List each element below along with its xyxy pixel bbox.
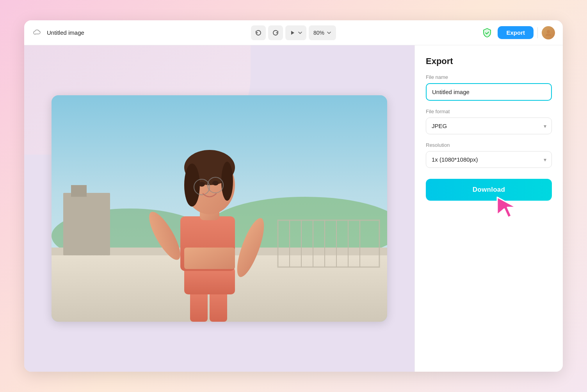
shield-button[interactable] bbox=[480, 26, 494, 39]
download-container: Download bbox=[426, 176, 552, 201]
zoom-control[interactable]: 80% bbox=[309, 25, 336, 40]
resolution-group: Resolution 1x (1080*1080px) 2x (2160*216… bbox=[426, 142, 552, 168]
svg-point-32 bbox=[199, 182, 205, 187]
file-format-select-wrapper: JPEG PNG WebP SVG ▾ bbox=[426, 118, 552, 134]
resolution-select-wrapper: 1x (1080*1080px) 2x (2160*2160px) 0.5x (… bbox=[426, 151, 552, 168]
header-divider bbox=[537, 27, 538, 38]
file-name-input[interactable] bbox=[426, 83, 552, 101]
canvas-area bbox=[24, 45, 414, 372]
svg-rect-19 bbox=[184, 267, 235, 294]
file-name-label: File name bbox=[426, 74, 552, 80]
header-toolbar: 80% bbox=[251, 25, 336, 40]
preview-button[interactable] bbox=[285, 25, 306, 40]
svg-point-33 bbox=[212, 181, 219, 185]
undo-button[interactable] bbox=[251, 25, 266, 40]
app-window: Untitled image bbox=[24, 20, 563, 372]
file-title: Untitled image bbox=[47, 29, 84, 36]
svg-rect-7 bbox=[63, 193, 110, 255]
file-format-group: File format JPEG PNG WebP SVG ▾ bbox=[426, 109, 552, 134]
svg-point-28 bbox=[221, 162, 233, 201]
redo-button[interactable] bbox=[268, 25, 283, 40]
header-right: Export bbox=[480, 26, 555, 39]
resolution-select[interactable]: 1x (1080*1080px) 2x (2160*2160px) 0.5x (… bbox=[426, 151, 552, 168]
avatar[interactable] bbox=[542, 26, 555, 39]
header: Untitled image bbox=[24, 20, 563, 45]
image-card bbox=[52, 95, 387, 322]
svg-rect-21 bbox=[184, 248, 235, 269]
svg-point-27 bbox=[184, 164, 200, 207]
file-format-select[interactable]: JPEG PNG WebP SVG bbox=[426, 118, 552, 134]
main-content: Export File name File format JPEG PNG We… bbox=[24, 45, 563, 372]
svg-rect-8 bbox=[71, 185, 87, 197]
cursor-arrow bbox=[493, 193, 521, 222]
file-name-group: File name bbox=[426, 74, 552, 101]
resolution-label: Resolution bbox=[426, 142, 552, 148]
svg-point-0 bbox=[547, 30, 550, 33]
download-button[interactable]: Download bbox=[426, 179, 552, 201]
export-panel: Export File name File format JPEG PNG We… bbox=[414, 45, 563, 372]
panel-title: Export bbox=[426, 56, 552, 66]
export-button[interactable]: Export bbox=[498, 26, 534, 39]
canvas-image bbox=[52, 95, 387, 322]
file-format-label: File format bbox=[426, 109, 552, 114]
cloud-icon bbox=[32, 27, 43, 39]
